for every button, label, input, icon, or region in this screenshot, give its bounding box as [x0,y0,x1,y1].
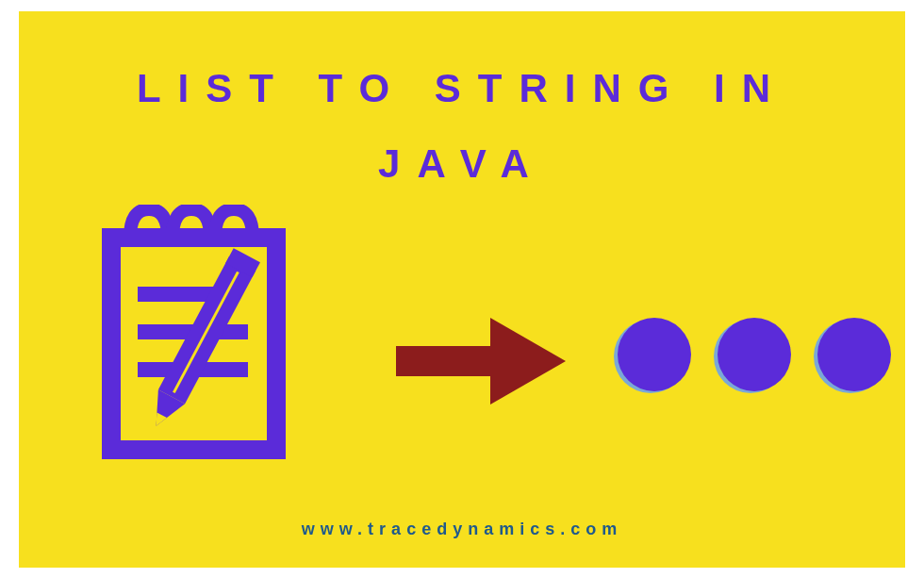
dot-icon [817,318,891,391]
title-line-2: JAVA [19,141,905,187]
website-url: www.tracedynamics.com [19,520,905,539]
svg-marker-10 [490,318,566,405]
banner-image: LIST TO STRING IN JAVA [19,11,905,568]
dot-icon [718,318,791,391]
notepad-pencil-icon [92,205,338,472]
arrow-right-icon [387,304,575,421]
svg-rect-9 [396,346,500,376]
dot-icon [618,318,691,391]
title-line-1: LIST TO STRING IN [19,66,905,111]
ellipsis-dots-icon [618,318,891,391]
